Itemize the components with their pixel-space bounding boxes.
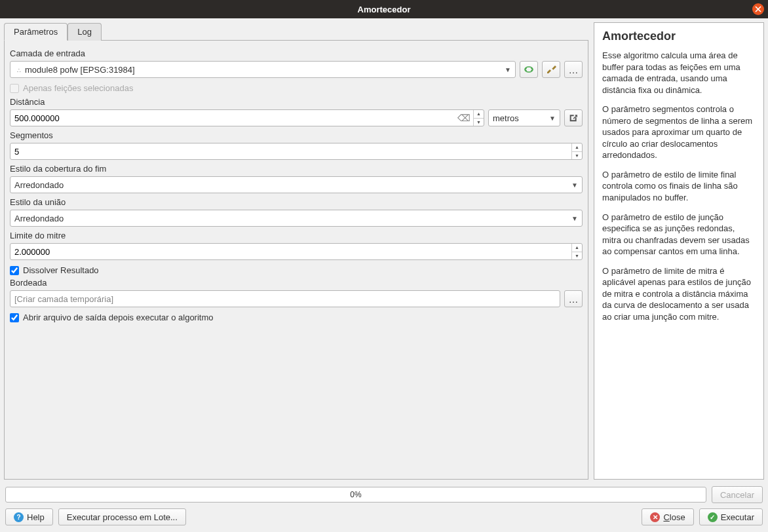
data-defined-override-button[interactable] [564,109,583,126]
close-button[interactable]: ✕ Close [642,508,693,525]
dissolve-label: Dissolver Resultado [23,265,99,275]
label-miter-limit: Limite do mitre [10,231,583,240]
tab-log[interactable]: Log [67,23,102,41]
run-label: Executar [721,512,754,522]
chevron-down-icon: ▼ [549,115,556,122]
window-title: Amortecedor [358,5,411,14]
tab-log-label: Log [77,27,92,37]
tab-parameters-label: Parâmetros [14,27,58,37]
miter-limit-spinners[interactable]: ▲▼ [571,244,582,259]
progress-text: 0% [350,490,361,499]
help-paragraph: Esse algoritmo calcula uma área de buffe… [602,50,756,96]
label-segments: Segmentos [10,130,583,140]
miter-limit-value[interactable] [14,247,570,257]
select-layer-button[interactable]: … [564,61,583,78]
batch-label: Executar processo em Lote... [67,512,178,522]
window-close-button[interactable] [752,3,764,15]
open-after-row[interactable]: Abrir arquivo de saída depois executar o… [10,313,583,322]
help-icon: ? [14,512,24,522]
input-layer-combo[interactable]: ∴module8 pofw [EPSG:31984] ▼ [10,61,516,78]
distance-unit-value: metros [493,113,519,123]
selected-features-label: Apenas feições selecionadas [23,83,133,93]
segments-spinners[interactable]: ▲▼ [571,143,582,159]
segments-input[interactable]: ▲▼ [10,143,583,160]
chevron-down-icon: ▼ [505,66,511,73]
help-panel: Amortecedor Esse algoritmo calcula uma á… [594,22,764,480]
tab-bar: Parâmetros Log [4,22,588,40]
close-label: Close [663,512,685,522]
cancel-button: Cancelar [712,486,763,503]
dissolve-row[interactable]: Dissolver Resultado [10,265,583,275]
distance-input[interactable]: ⌫ ▲▼ [10,109,484,126]
output-path-input[interactable]: [Criar camada temporária] [10,290,560,307]
cancel-label: Cancelar [720,490,754,500]
label-input-layer: Camada de entrada [10,48,583,58]
distance-unit-combo[interactable]: metros ▼ [488,109,560,126]
chevron-down-icon: ▼ [571,215,578,222]
join-style-value: Arredondado [14,214,64,223]
tab-parameters[interactable]: Parâmetros [4,23,67,41]
check-icon: ✓ [708,512,718,522]
label-end-cap: Estilo da cobertura do fim [10,164,583,174]
output-browse-button[interactable]: … [564,290,583,307]
label-join-style: Estilo da união [10,197,583,207]
input-layer-value: module8 pofw [EPSG:31984] [25,65,135,75]
help-paragraph: O parâmetro segmentos controla o número … [602,104,756,161]
clear-distance-icon[interactable]: ⌫ [457,113,470,123]
distance-value[interactable] [14,113,461,123]
help-paragraph: O parâmetro de estilo de limite final co… [602,169,756,204]
segments-value[interactable] [14,147,570,157]
parameters-panel: Camada de entrada ∴module8 pofw [EPSG:31… [4,40,588,480]
selected-features-checkbox [10,84,19,93]
help-label: Help [27,512,45,522]
selected-features-row: Apenas feições selecionadas [10,83,583,93]
open-after-label: Abrir arquivo de saída depois executar o… [23,313,214,322]
dissolve-checkbox[interactable] [10,266,19,275]
titlebar: Amortecedor [0,0,768,18]
iterate-features-button[interactable] [520,61,538,78]
help-button[interactable]: ? Help [5,508,53,525]
label-distance: Distância [10,97,583,107]
output-placeholder: [Criar camada temporária] [14,294,113,304]
progress-bar: 0% [5,487,706,503]
help-title: Amortecedor [602,29,756,43]
join-style-combo[interactable]: Arredondado ▼ [10,210,583,227]
open-after-checkbox[interactable] [10,313,19,322]
end-cap-combo[interactable]: Arredondado ▼ [10,176,583,193]
close-icon: ✕ [650,512,660,522]
chevron-down-icon: ▼ [571,181,578,189]
point-layer-icon: ∴ [14,67,24,74]
advanced-options-button[interactable] [542,61,560,78]
distance-spinners[interactable]: ▲▼ [473,110,484,126]
batch-button[interactable]: Executar processo em Lote... [58,508,186,525]
help-paragraph: O parâmetro de limite de mitra é aplicáv… [602,265,756,323]
run-button[interactable]: ✓ Executar [699,508,763,525]
help-paragraph: O parâmetro de estilo de junção especifi… [602,212,756,257]
miter-limit-input[interactable]: ▲▼ [10,243,583,260]
label-bordered: Bordeada [10,278,583,288]
end-cap-value: Arredondado [14,180,64,190]
